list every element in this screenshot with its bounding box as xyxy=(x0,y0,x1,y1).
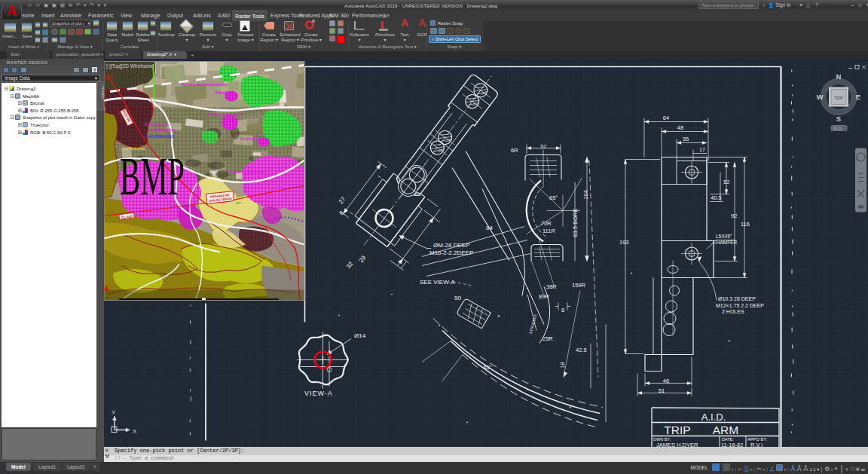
svg-text:M12×1.75 2.2 DEEP: M12×1.75 2.2 DEEP xyxy=(716,302,764,307)
svg-text:2 HOLES: 2 HOLES xyxy=(722,308,744,313)
svg-text:70R: 70R xyxy=(541,219,552,226)
svg-text:[-][Top][2D Wireframe]: [-][Top][2D Wireframe] xyxy=(106,63,154,69)
svg-text:40.5: 40.5 xyxy=(711,194,722,200)
svg-text:11-16-82: 11-16-82 xyxy=(721,441,743,447)
svg-text:18: 18 xyxy=(559,362,566,368)
svg-text:52: 52 xyxy=(723,178,729,185)
svg-text:I.AR: I.AR xyxy=(105,74,113,78)
svg-text:45°: 45° xyxy=(483,363,491,370)
svg-text:Cotarra Manteca: Cotarra Manteca xyxy=(230,169,266,173)
svg-text:.os Majuelos: .os Majuelos xyxy=(148,127,176,131)
svg-text:32: 32 xyxy=(540,142,546,149)
svg-text:Ø10.3 28 DEEP: Ø10.3 28 DEEP xyxy=(718,295,756,301)
svg-text:Casillas de: Casillas de xyxy=(145,121,169,126)
svg-text:SEE VIEW-A: SEE VIEW-A xyxy=(420,278,455,285)
svg-text:Parralejo: Parralejo xyxy=(215,90,235,94)
svg-text:48: 48 xyxy=(677,124,683,130)
svg-text:TRIP: TRIP xyxy=(664,423,690,436)
svg-text:63.5 BORE: 63.5 BORE xyxy=(572,208,579,237)
svg-text:111R: 111R xyxy=(542,227,555,234)
svg-text:50: 50 xyxy=(454,294,461,301)
svg-text:ØM-28 DEEP: ØM-28 DEEP xyxy=(433,241,469,248)
svg-text:25R: 25R xyxy=(542,335,553,341)
svg-text:38R: 38R xyxy=(546,283,557,289)
svg-text:El Bodión: El Bodión xyxy=(240,136,261,140)
svg-text:8: 8 xyxy=(561,306,564,313)
svg-text:Images: Images xyxy=(101,86,104,99)
svg-text:BMP: BMP xyxy=(120,145,185,206)
svg-text:17: 17 xyxy=(699,146,705,151)
svg-text:92: 92 xyxy=(731,212,737,219)
svg-text:193: 193 xyxy=(619,238,629,245)
svg-text:X: X xyxy=(133,427,137,434)
svg-text:JAMES H.DYER: JAMES H.DYER xyxy=(656,441,698,447)
svg-text:Los Majuelos: Los Majuelos xyxy=(145,133,175,137)
svg-text:N: N xyxy=(836,72,842,80)
svg-text:104: 104 xyxy=(582,190,589,200)
svg-text:M16-2-2.2DEEP: M16-2-2.2DEEP xyxy=(429,249,473,255)
svg-text:Y: Y xyxy=(112,408,116,415)
svg-text:Senda de Valdelaixxx: Senda de Valdelaixxx xyxy=(182,81,228,86)
svg-text:89R: 89R xyxy=(539,292,549,299)
svg-text:VIEW-A: VIEW-A xyxy=(304,389,333,396)
svg-text:CHAMFER: CHAMFER xyxy=(713,239,737,244)
svg-text:64: 64 xyxy=(663,114,669,121)
svg-text:TOP: TOP xyxy=(834,95,843,99)
svg-text:R.V.): R.V.) xyxy=(750,441,763,447)
svg-text:159R: 159R xyxy=(572,281,586,288)
svg-text:6R: 6R xyxy=(511,146,518,153)
svg-text:W: W xyxy=(817,92,824,100)
svg-text:E: E xyxy=(856,92,860,100)
svg-text:WCS: WCS xyxy=(833,126,842,130)
svg-text:L5X45°: L5X45° xyxy=(716,233,732,238)
svg-text:S: S xyxy=(836,114,841,122)
svg-text:46: 46 xyxy=(663,377,669,384)
svg-text:Ø14: Ø14 xyxy=(354,332,366,338)
svg-text:51: 51 xyxy=(659,387,665,393)
svg-text:Casilla de la cruz: Casilla de la cruz xyxy=(206,112,243,116)
svg-text:35: 35 xyxy=(683,135,689,142)
svg-text:84: 84 xyxy=(486,224,493,231)
svg-text:ARM: ARM xyxy=(713,423,738,436)
svg-text:116: 116 xyxy=(741,220,750,227)
svg-text:65°: 65° xyxy=(549,194,558,200)
svg-text:A.I.D.: A.I.D. xyxy=(701,411,726,422)
svg-text:42.5: 42.5 xyxy=(576,346,587,353)
